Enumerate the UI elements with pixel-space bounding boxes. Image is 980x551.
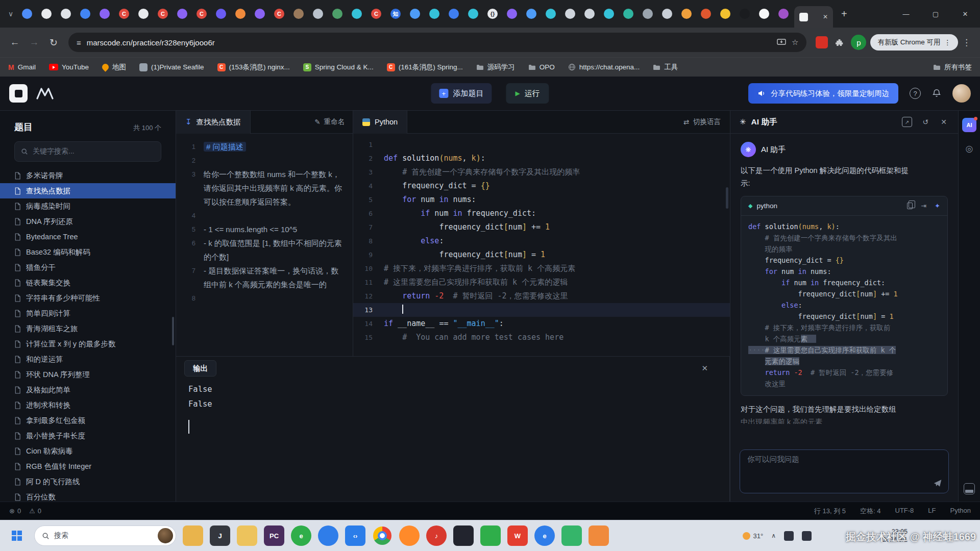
pinned-tab[interactable] xyxy=(405,4,425,24)
url-text[interactable]: marscode.cn/practice/r328eny6jooo6r xyxy=(87,38,215,47)
output-tab[interactable]: 输出 xyxy=(184,360,216,377)
browser-menu-icon[interactable]: ⋮ xyxy=(962,37,971,48)
bookmark-item[interactable]: MGmail xyxy=(8,63,36,71)
sidebar-item[interactable]: 及格如此简单 xyxy=(0,382,176,397)
sidebar-item[interactable]: 查找热点数据 xyxy=(0,183,176,198)
pinned-tab[interactable] xyxy=(560,4,580,24)
taskbar-app[interactable] xyxy=(480,525,501,546)
bookmark-item[interactable]: YouTube xyxy=(49,63,89,71)
pinned-tab[interactable] xyxy=(774,4,793,24)
bookmark-star-icon[interactable]: ☆ xyxy=(792,38,798,47)
ai-question-input[interactable] xyxy=(747,455,918,463)
pinned-tab[interactable] xyxy=(657,4,677,24)
app-logo[interactable] xyxy=(9,84,28,103)
sidebar-item[interactable]: 拿到最多红包金额 xyxy=(0,413,176,428)
output-close-icon[interactable]: ✕ xyxy=(701,364,708,373)
taskbar-app[interactable] xyxy=(589,525,609,546)
pinned-tab[interactable]: 知 xyxy=(386,4,405,24)
sidebar-item[interactable]: 猫鱼分干 xyxy=(0,260,176,275)
chrome-update-button[interactable]: 有新版 Chrome 可用 ⋮ xyxy=(870,34,958,51)
pinned-tab[interactable]: C xyxy=(270,4,289,24)
sidebar-item[interactable]: 计算位置 x 到 y 的最多步数 xyxy=(0,336,176,352)
taskbar-search[interactable]: 搜索 xyxy=(34,525,176,546)
errors-indicator[interactable]: ⊗ 0 xyxy=(9,507,21,515)
pinned-tab[interactable] xyxy=(599,4,619,24)
user-avatar[interactable] xyxy=(952,84,971,103)
copy-code-icon[interactable] xyxy=(907,203,913,209)
switch-language-button[interactable]: ⇄ 切换语言 xyxy=(683,117,721,127)
ai-code[interactable]: def solution(nums, k): # 首先创建一个字典来存储每个数字… xyxy=(741,216,947,395)
pinned-tab[interactable] xyxy=(211,4,231,24)
ai-input-box[interactable] xyxy=(740,449,949,493)
bookmark-item[interactable]: https://chat.opena... xyxy=(568,63,640,71)
sidebar-item[interactable]: DNA 序列还原 xyxy=(0,214,176,229)
pinned-tab[interactable] xyxy=(76,4,95,24)
taskbar-app[interactable]: e xyxy=(534,525,555,546)
sidebar-item[interactable]: Cion 勒索病毒 xyxy=(0,443,176,459)
bookmark-item[interactable]: 工具 xyxy=(653,63,678,72)
search-input[interactable]: 关键字搜索... xyxy=(14,141,161,162)
sidebar-item[interactable]: 链表聚集交换 xyxy=(0,275,176,290)
pinned-tab[interactable] xyxy=(328,4,347,24)
help-icon[interactable]: ? xyxy=(910,88,921,99)
bookmark-item[interactable]: C(161条消息) Spring... xyxy=(387,63,463,72)
pinned-tab[interactable] xyxy=(716,4,735,24)
notifications-bell-icon[interactable] xyxy=(932,89,941,98)
pinned-tab[interactable] xyxy=(289,4,308,24)
taskbar-app[interactable] xyxy=(399,525,420,546)
pinned-tab[interactable] xyxy=(735,4,754,24)
sidebar-item[interactable]: 病毒感染时间 xyxy=(0,198,176,214)
tab-search-icon[interactable]: ∨ xyxy=(4,10,17,18)
status-item[interactable]: 行 13, 列 5 xyxy=(814,507,846,516)
all-bookmarks-button[interactable]: 所有书签 xyxy=(933,63,972,72)
bookmark-item[interactable]: C(153条消息) nginx... xyxy=(217,63,290,72)
pinned-tab[interactable] xyxy=(502,4,522,24)
pinned-tab[interactable] xyxy=(56,4,76,24)
extension-icon[interactable] xyxy=(816,36,828,48)
pinned-tab[interactable] xyxy=(580,4,599,24)
ai-close-icon[interactable]: ✕ xyxy=(939,117,949,127)
pinned-tab[interactable] xyxy=(37,4,56,24)
sidebar-item[interactable]: 环状 DNA 序列整理 xyxy=(0,367,176,382)
pinned-tab[interactable] xyxy=(444,4,463,24)
open-in-new-icon[interactable]: ↗ xyxy=(902,117,912,127)
add-problem-button[interactable]: + 添加题目 xyxy=(431,83,492,104)
pinned-tab[interactable] xyxy=(17,4,37,24)
address-bar[interactable]: ≡ marscode.cn/practice/r328eny6jooo6r ☆ xyxy=(68,33,806,52)
start-button[interactable] xyxy=(6,525,28,546)
tray-icon-1[interactable] xyxy=(784,531,794,541)
status-item[interactable]: LF xyxy=(928,507,936,516)
output-console[interactable]: FalseFalse xyxy=(176,380,729,436)
status-item[interactable]: Python xyxy=(950,507,971,516)
code-editor[interactable]: 12def solution(nums, k):3 # 首先创建一个字典来存储每… xyxy=(353,134,730,356)
taskbar-app[interactable]: PC xyxy=(264,525,284,546)
sidebar-item[interactable]: 多米诺骨牌 xyxy=(0,168,176,183)
warnings-indicator[interactable]: ⚠ 0 xyxy=(29,507,41,515)
tray-expand-icon[interactable]: ∧ xyxy=(771,532,776,539)
pinned-tab[interactable] xyxy=(425,4,444,24)
sidebar-item[interactable]: 进制求和转换 xyxy=(0,397,176,413)
problem-description[interactable]: 1# 问题描述23给你一个整数数组 nums 和一个整数 k，请你返回其中出现频… xyxy=(176,134,353,356)
pinned-tab[interactable]: C xyxy=(366,4,386,24)
site-settings-icon[interactable]: ≡ xyxy=(77,38,81,47)
sidebar-item[interactable]: 和的逆运算 xyxy=(0,352,176,367)
sidebar-collapse-handle[interactable] xyxy=(172,317,174,345)
profile-avatar[interactable]: p xyxy=(851,35,866,50)
sidebar-item[interactable]: 青海湖租车之旅 xyxy=(0,321,176,336)
pinned-tab[interactable]: {} xyxy=(483,4,502,24)
bookmark-item[interactable]: SSpring Cloud & K... xyxy=(303,63,374,71)
run-button[interactable]: ▶ 运行 xyxy=(506,83,549,104)
status-item[interactable]: 空格: 4 xyxy=(860,507,880,516)
sidebar-item[interactable]: Base32 编码和解码 xyxy=(0,244,176,260)
sidebar-item[interactable]: Bytedance Tree xyxy=(0,229,176,244)
taskbar-app[interactable]: ♪ xyxy=(426,525,447,546)
pinned-tab[interactable]: C xyxy=(192,4,211,24)
back-button[interactable]: ← xyxy=(5,33,24,52)
pinned-tab[interactable] xyxy=(754,4,774,24)
taskbar-app[interactable] xyxy=(318,525,338,546)
pinned-tab[interactable] xyxy=(522,4,541,24)
pinned-tab[interactable] xyxy=(541,4,560,24)
window-maximize-button[interactable]: ▢ xyxy=(921,0,950,28)
panel-toggle-icon[interactable] xyxy=(964,483,975,494)
taskbar-app[interactable]: ‹› xyxy=(345,525,365,546)
